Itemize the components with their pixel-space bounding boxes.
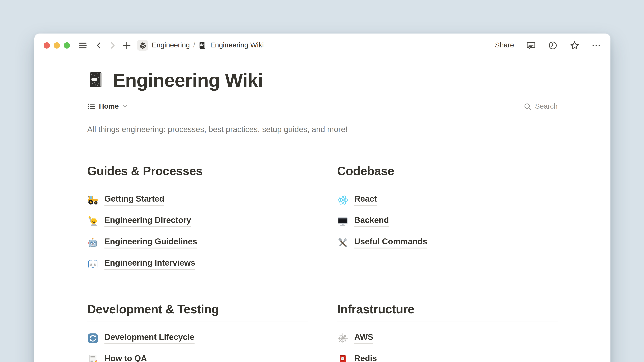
- link-react[interactable]: React: [337, 194, 558, 206]
- notebook-emoji: [198, 41, 207, 49]
- divider: [87, 183, 308, 183]
- link-label[interactable]: Engineering Directory: [104, 215, 191, 227]
- link-label[interactable]: Engineering Guidelines: [104, 237, 197, 249]
- share-button[interactable]: Share: [495, 41, 514, 49]
- tab-home[interactable]: Home: [87, 102, 128, 111]
- section-title: Guides & Processes: [87, 164, 308, 178]
- divider: [87, 321, 308, 322]
- memo-emoji: [87, 354, 98, 362]
- hammer-and-wrench-emoji: [337, 237, 348, 248]
- tractor-emoji: [87, 194, 98, 206]
- link-getting-started[interactable]: Getting Started: [87, 194, 308, 206]
- link-development-lifecycle[interactable]: Development Lifecycle: [87, 332, 308, 344]
- open-book-emoji: [87, 258, 98, 270]
- link-redis[interactable]: Redis: [337, 354, 558, 362]
- page-content: Engineering Wiki Home Search: [87, 69, 558, 362]
- link-how-to-qa[interactable]: How to QA: [87, 354, 308, 362]
- link-label[interactable]: How to QA: [104, 354, 147, 362]
- notebook-emoji[interactable]: [87, 70, 106, 90]
- link-useful-commands[interactable]: Useful Commands: [337, 237, 558, 249]
- breadcrumb-separator: /: [193, 41, 195, 49]
- forward-icon[interactable]: [109, 41, 117, 49]
- sections-grid: Guides & Processes: [87, 164, 558, 362]
- minimize-window-button[interactable]: [54, 42, 60, 48]
- page-header: Engineering Wiki: [87, 69, 558, 91]
- spider-web-emoji: [337, 333, 348, 344]
- back-icon[interactable]: [95, 41, 103, 49]
- link-label[interactable]: Backend: [354, 215, 389, 227]
- link-engineering-interviews[interactable]: Engineering Interviews: [87, 258, 308, 270]
- search-icon: [524, 102, 532, 110]
- link-label[interactable]: Getting Started: [104, 194, 164, 206]
- search-label: Search: [535, 102, 558, 111]
- section-infrastructure: Infrastructure: [337, 303, 558, 362]
- link-aws[interactable]: AWS: [337, 332, 558, 344]
- section-title: Codebase: [337, 164, 558, 178]
- link-label[interactable]: Engineering Interviews: [104, 258, 196, 270]
- link-engineering-directory[interactable]: Engineering Directory: [87, 215, 308, 227]
- titlebar-actions: Share: [495, 40, 601, 50]
- link-engineering-guidelines[interactable]: Engineering Guidelines: [87, 237, 308, 249]
- new-page-icon[interactable]: [122, 41, 131, 50]
- react-logo: [337, 194, 348, 206]
- sidebar-toggle-icon[interactable]: [78, 41, 88, 50]
- comments-icon[interactable]: [526, 40, 536, 50]
- view-tab-label: Home: [99, 102, 119, 111]
- link-label[interactable]: Development Lifecycle: [104, 332, 194, 344]
- link-list: React: [337, 194, 558, 249]
- titlebar: Engineering / Engineering Wiki Share: [34, 33, 610, 57]
- page-title: Engineering Wiki: [113, 69, 263, 91]
- link-label[interactable]: Redis: [354, 354, 377, 362]
- section-title: Development & Testing: [87, 303, 308, 317]
- updates-clock-icon[interactable]: [548, 40, 558, 50]
- link-list: Development Lifecycle: [87, 332, 308, 362]
- person-raising-hand-emoji: [87, 216, 98, 227]
- section-title: Infrastructure: [337, 303, 558, 317]
- link-label[interactable]: AWS: [354, 332, 373, 344]
- close-window-button[interactable]: [44, 42, 50, 48]
- breadcrumb: Engineering / Engineering Wiki: [152, 41, 264, 49]
- robot-emoji: [87, 237, 98, 248]
- link-list: Getting Started: [87, 194, 308, 270]
- view-tabs-bar: Home Search: [87, 102, 558, 116]
- counterclockwise-arrows-emoji: [87, 333, 98, 344]
- favorite-star-icon[interactable]: [570, 40, 580, 50]
- section-codebase: Codebase Re: [337, 164, 558, 280]
- zoom-window-button[interactable]: [64, 42, 70, 48]
- desktop-computer-emoji: [337, 216, 348, 227]
- divider: [337, 183, 558, 183]
- list-view-icon: [87, 102, 96, 111]
- more-ellipsis-icon[interactable]: [592, 40, 602, 50]
- link-label[interactable]: Useful Commands: [354, 237, 427, 249]
- chevron-down-icon: [122, 104, 128, 109]
- postbox-emoji: [337, 354, 348, 362]
- divider: [337, 321, 558, 322]
- link-label[interactable]: React: [354, 194, 377, 206]
- window-controls: [44, 42, 70, 48]
- breadcrumb-page[interactable]: Engineering Wiki: [210, 41, 264, 49]
- teamspace-icon[interactable]: [137, 40, 148, 51]
- section-development-testing: Development & Testing: [87, 303, 308, 362]
- desktop: Engineering / Engineering Wiki Share: [0, 0, 644, 362]
- page-description: All things engineering: processes, best …: [87, 124, 558, 135]
- notion-window: Engineering / Engineering Wiki Share: [34, 33, 610, 362]
- search-button[interactable]: Search: [524, 102, 558, 111]
- link-list: AWS: [337, 332, 558, 362]
- breadcrumb-teamspace[interactable]: Engineering: [152, 41, 190, 49]
- link-backend[interactable]: Backend: [337, 215, 558, 227]
- section-guides-processes: Guides & Processes: [87, 164, 308, 280]
